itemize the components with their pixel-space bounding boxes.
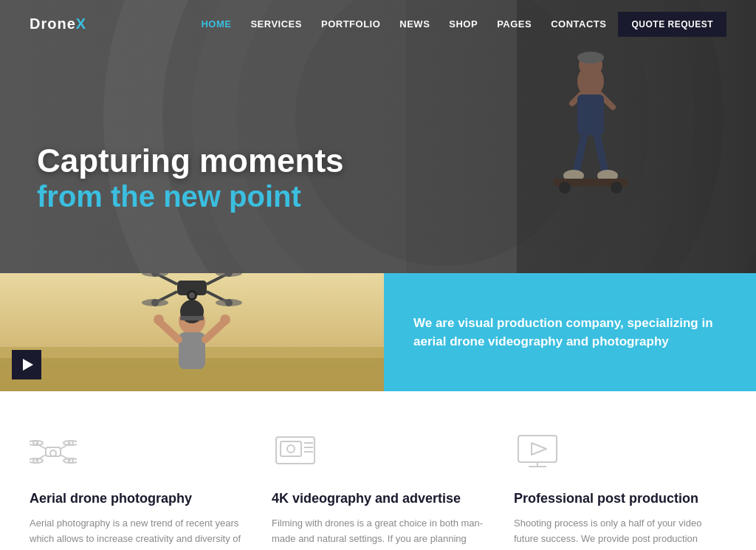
nav-pages[interactable]: PAGES — [489, 13, 539, 35]
service-desc-2: Filming with drones is a great choice in… — [272, 516, 484, 550]
svg-rect-26 — [180, 316, 204, 320]
svg-rect-27 — [179, 332, 205, 369]
nav-contacts[interactable]: CONTACTS — [543, 13, 614, 35]
feature-description: We are visual production company, specia… — [413, 314, 726, 351]
drone-photo — [0, 273, 384, 391]
service-title-3: Professional post production — [514, 490, 726, 507]
play-button[interactable] — [12, 350, 41, 379]
svg-point-34 — [189, 292, 195, 298]
svg-rect-47 — [46, 447, 61, 456]
svg-rect-68 — [518, 436, 557, 462]
svg-point-46 — [225, 299, 233, 306]
feature-image-area — [0, 273, 384, 391]
service-title-1: Aerial drone photography — [30, 490, 242, 507]
nav-quote-request[interactable]: QUOTE REQUEST — [618, 12, 726, 37]
services-section: Aerial drone photography Aerial photogra… — [0, 391, 756, 550]
service-card-1: Aerial drone photography Aerial photogra… — [30, 428, 242, 550]
svg-point-45 — [151, 299, 159, 306]
nav-shop[interactable]: SHOP — [441, 13, 485, 35]
feature-banner: We are visual production company, specia… — [0, 273, 756, 391]
svg-point-30 — [154, 314, 164, 325]
video-icon — [514, 428, 726, 478]
hero-subtitle-accent: new point — [163, 180, 301, 213]
svg-rect-62 — [281, 441, 301, 456]
nav-services[interactable]: SERVICES — [243, 13, 309, 35]
camera-icon — [272, 428, 484, 478]
service-title-2: 4K videography and advertise — [272, 490, 484, 507]
nav-news[interactable]: NEWS — [392, 13, 437, 35]
service-desc-1: Aerial photography is a new trend of rec… — [30, 516, 242, 550]
service-card-3: Professional post production Shooting pr… — [514, 428, 726, 550]
hero-title-line2: from the new point — [37, 179, 344, 214]
hero-content: Capturing moments from the new point — [37, 143, 344, 214]
service-desc-3: Shooting process is only a half of your … — [514, 516, 726, 550]
nav-home[interactable]: HOME — [193, 13, 238, 35]
nav-portfolio[interactable]: PORTFOLIO — [314, 13, 388, 35]
service-card-2: 4K videography and advertise Filming wit… — [272, 428, 484, 550]
hero-title-line1: Capturing moments — [37, 143, 344, 179]
nav-links: HOME SERVICES PORTFOLIO NEWS SHOP PAGES … — [193, 17, 726, 30]
svg-point-67 — [287, 445, 295, 453]
logo[interactable]: DroneX — [30, 16, 86, 32]
hero-subtitle-plain: from the — [37, 180, 163, 213]
svg-point-31 — [220, 314, 230, 325]
drone-icon — [30, 428, 242, 478]
logo-text-accent: X — [76, 16, 86, 32]
svg-marker-71 — [532, 443, 546, 455]
navbar: DroneX HOME SERVICES PORTFOLIO NEWS SHOP… — [0, 0, 756, 47]
logo-text-main: Drone — [30, 16, 76, 32]
svg-point-48 — [50, 450, 56, 456]
feature-text-area: We are visual production company, specia… — [384, 273, 756, 391]
